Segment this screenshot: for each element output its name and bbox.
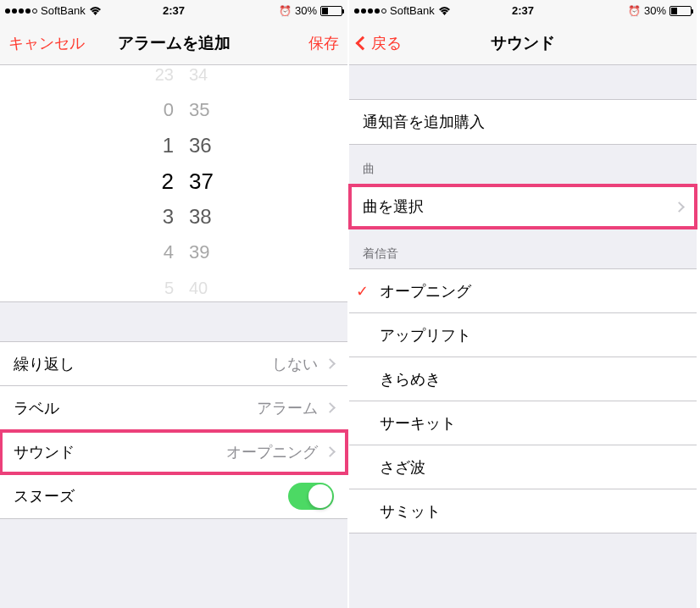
row-value: オープニング — [226, 442, 318, 462]
chevron-right-icon — [325, 446, 336, 457]
chevron-right-icon — [325, 358, 336, 369]
song-section-header: 曲 — [349, 145, 697, 184]
row-label: 曲を選択 — [363, 196, 667, 217]
ringtone-label: サミット — [375, 501, 683, 522]
snooze-switch[interactable] — [288, 483, 334, 510]
ringtone-label: サーキット — [375, 413, 683, 434]
ringtone-label: さざ波 — [375, 457, 683, 478]
row-label: サウンド — [14, 442, 226, 462]
carrier-label: SoftBank — [41, 4, 86, 17]
alarm-settings-list: 繰り返し しない ラベル アラーム サウンド オープニング スヌーズ — [0, 341, 347, 519]
back-label: 戻る — [371, 33, 402, 53]
battery-percent: 30% — [644, 4, 666, 17]
ringtone-label: きらめき — [375, 369, 683, 390]
checkmark-icon: ✓ — [349, 282, 375, 301]
nav-bar: キャンセル アラームを追加 保存 — [0, 21, 347, 65]
row-label: 繰り返し — [14, 354, 272, 374]
sound-screen: SoftBank 2:37 ⏰ 30% 戻る サウンド 通知音を追加購入 曲 — [349, 0, 698, 608]
ringtone-item-ripple[interactable]: さざ波 — [349, 445, 697, 489]
wifi-icon — [89, 6, 102, 15]
song-section: 曲を選択 — [349, 184, 697, 229]
carrier-label: SoftBank — [390, 4, 435, 17]
status-time: 2:37 — [163, 4, 185, 17]
ringtone-item-opening[interactable]: ✓ オープニング — [349, 269, 697, 313]
battery-icon — [320, 6, 342, 16]
ringtone-label: アップリフト — [375, 325, 683, 345]
repeat-row[interactable]: 繰り返し しない — [0, 342, 347, 386]
battery-percent: 30% — [295, 4, 317, 17]
pick-song-row[interactable]: 曲を選択 — [349, 185, 697, 229]
row-value: アラーム — [257, 398, 318, 418]
switch-knob — [308, 484, 332, 508]
nav-title: アラームを追加 — [118, 32, 231, 54]
hour-column[interactable]: 23 0 1 2 3 4 5 — [106, 65, 174, 301]
status-time: 2:37 — [512, 4, 534, 17]
minute-column[interactable]: 34 35 36 37 38 39 40 — [174, 65, 242, 301]
time-picker[interactable]: 23 0 1 2 3 4 5 34 35 36 37 38 39 40 — [0, 65, 347, 302]
ringtone-item-twinkle[interactable]: きらめき — [349, 357, 697, 401]
ringtone-item-circuit[interactable]: サーキット — [349, 401, 697, 445]
signal-dots — [354, 8, 386, 14]
battery-icon — [669, 6, 692, 16]
nav-title: サウンド — [491, 32, 555, 54]
alarm-icon: ⏰ — [628, 5, 641, 17]
ringtone-item-summit[interactable]: サミット — [349, 489, 697, 533]
snooze-row: スヌーズ — [0, 474, 347, 518]
chevron-left-icon — [356, 36, 370, 50]
spacer — [0, 302, 347, 341]
ringtone-section-header: 着信音 — [349, 229, 697, 268]
row-label: ラベル — [14, 398, 257, 418]
row-label: スヌーズ — [14, 486, 288, 506]
signal-dots — [5, 8, 37, 14]
wifi-icon — [438, 6, 451, 15]
ringtone-label: オープニング — [375, 281, 683, 301]
status-bar: SoftBank 2:37 ⏰ 30% — [0, 0, 347, 21]
add-alarm-screen: SoftBank 2:37 ⏰ 30% キャンセル アラームを追加 保存 23 … — [0, 0, 349, 608]
chevron-right-icon — [674, 202, 685, 213]
nav-bar: 戻る サウンド — [349, 21, 697, 65]
row-value: しない — [272, 354, 318, 374]
buy-tones-row[interactable]: 通知音を追加購入 — [349, 100, 697, 144]
status-bar: SoftBank 2:37 ⏰ 30% — [349, 0, 697, 21]
store-section: 通知音を追加購入 — [349, 99, 697, 145]
ringtone-list: ✓ オープニング アップリフト きらめき サーキット さざ波 サミット — [349, 268, 697, 533]
ringtone-item-uplift[interactable]: アップリフト — [349, 313, 697, 357]
chevron-right-icon — [325, 402, 336, 413]
label-row[interactable]: ラベル アラーム — [0, 386, 347, 430]
alarm-icon: ⏰ — [279, 5, 292, 17]
row-label: 通知音を追加購入 — [363, 112, 683, 132]
sound-row[interactable]: サウンド オープニング — [0, 430, 347, 474]
